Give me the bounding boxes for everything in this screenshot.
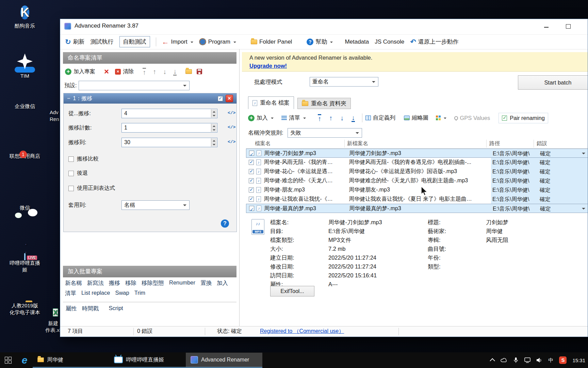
display-icon[interactable] — [524, 357, 530, 363]
row-checkbox[interactable] — [249, 178, 254, 183]
undo-button[interactable]: 還原上一步動作 — [410, 38, 459, 46]
script-code-button[interactable] — [228, 139, 235, 144]
move-to-input[interactable]: 30 — [121, 138, 217, 147]
thumbnails-button[interactable]: 縮略圖 — [404, 114, 429, 122]
method-link[interactable]: 加入 — [217, 279, 228, 287]
table-row[interactable]: 周华健-让我欢喜让我忧-《… 周华健让我欢喜让我忧-《夏日 来了》电影主题曲… … — [246, 195, 588, 204]
name-collision-select[interactable]: 失敗 — [288, 128, 362, 138]
row-checkbox[interactable] — [249, 187, 254, 193]
column-divider[interactable] — [344, 140, 345, 148]
move-file-bottom-button[interactable] — [352, 114, 355, 122]
ime-indicator[interactable]: 中 — [548, 357, 553, 364]
clock[interactable]: 15:31 — [572, 357, 585, 363]
checkbox-backwards[interactable]: 後退 — [68, 170, 88, 177]
maximize-button[interactable] — [563, 22, 574, 31]
move-method-down-button[interactable] — [163, 68, 166, 75]
microphone-icon[interactable] — [513, 357, 519, 363]
collapse-icon[interactable]: − — [67, 95, 70, 102]
auto-test-toggle[interactable]: 自動測試 — [119, 36, 150, 47]
row-checkbox[interactable] — [249, 169, 254, 174]
test-run-button[interactable]: 測試執行 — [91, 38, 114, 46]
start-button[interactable] — [0, 352, 16, 368]
import-button[interactable]: Import — [162, 38, 193, 46]
move-method-bottom-button[interactable] — [173, 68, 177, 76]
row-checkbox[interactable] — [249, 206, 254, 211]
method-help-icon[interactable] — [221, 219, 229, 228]
method-link[interactable]: 清單 — [65, 290, 76, 297]
remove-method-button[interactable] — [104, 67, 109, 76]
method-link[interactable]: 新名稱 — [65, 279, 82, 287]
column-divider[interactable] — [486, 140, 487, 148]
method-link[interactable]: List replace — [81, 290, 110, 297]
method-link[interactable]: 新寫法 — [87, 279, 104, 287]
method-link[interactable]: Swap — [115, 290, 129, 297]
method-link[interactable]: Renumber — [169, 279, 195, 287]
custom-columns-button[interactable]: 自定義列 — [365, 114, 395, 122]
help-button[interactable]: 幫助 — [307, 38, 333, 46]
column-header-new-filename[interactable]: 新檔案名 — [347, 140, 368, 147]
gps-values-button[interactable]: GPS Values — [454, 115, 490, 121]
batch-mode-select[interactable]: 重命名 — [310, 77, 378, 87]
method-link[interactable]: 置換 — [200, 279, 212, 287]
desktop-icon-bilibili-live[interactable]: 哔哩哔哩直播 姬 — [9, 254, 41, 273]
open-method-list-button[interactable] — [185, 69, 192, 74]
desktop-icon-wechat[interactable]: 微信 — [9, 204, 41, 211]
spin-down[interactable] — [211, 142, 217, 147]
tab-rename-folders[interactable]: 重命名 資料夾 — [297, 98, 351, 109]
spin-down[interactable] — [211, 128, 217, 132]
desktop-icon-lenovo-store[interactable]: 1 联想应用商店 — [9, 153, 41, 159]
desktop-icon-tim[interactable]: TIM — [9, 51, 41, 79]
metadata-button[interactable]: Metadata — [345, 39, 369, 45]
row-checkbox[interactable] — [249, 197, 254, 202]
spinner[interactable] — [211, 109, 217, 118]
move-from-input[interactable]: 4 — [121, 109, 217, 118]
clear-methods-button[interactable]: 清除 — [115, 68, 134, 75]
view-options-button[interactable] — [436, 116, 446, 120]
method-link[interactable]: 時間戳 — [82, 305, 99, 312]
column-divider[interactable] — [534, 140, 534, 148]
checkbox[interactable] — [68, 156, 74, 162]
move-method-top-button[interactable] — [143, 68, 146, 76]
taskbar-app-advanced-renamer[interactable]: Advanced Renamer — [186, 353, 262, 368]
apply-to-select[interactable]: 名稱 — [121, 200, 190, 210]
move-file-up-button[interactable] — [329, 114, 332, 121]
exiftool-button[interactable]: ExifTool... — [270, 286, 314, 296]
js-console-button[interactable]: JS Console — [375, 39, 404, 45]
method-link[interactable]: 移除型態 — [142, 279, 164, 287]
checkbox[interactable] — [68, 171, 74, 176]
close-method-button[interactable] — [226, 95, 233, 102]
move-file-top-button[interactable] — [318, 114, 321, 122]
program-button[interactable]: Program — [199, 38, 236, 45]
column-header-error[interactable]: 錯誤 — [537, 140, 547, 147]
method-link[interactable]: 搬移 — [109, 279, 120, 287]
script-code-button[interactable] — [228, 110, 235, 116]
desktop-icon-wecom[interactable]: 企业微信 — [9, 103, 41, 110]
move-count-input[interactable]: 1 — [121, 123, 217, 133]
edge-button[interactable] — [16, 352, 33, 368]
table-row[interactable]: 周华健-风雨无阻-《我的青… 周华健风雨无阻-《我的青春遇见你》电视剧插曲-..… — [246, 158, 588, 167]
column-header-path[interactable]: 路徑 — [489, 140, 500, 147]
add-files-button[interactable]: 加入 — [248, 114, 274, 122]
table-row[interactable]: 周华健-朋友.mp3 周华健朋友-.mp3 E:\音乐\周华健\ 確定 — [246, 185, 588, 195]
table-row[interactable]: 周华健-难念的经-《天龙八… 周华健难念的经-《天龙八部》电视剧主题曲-.mp3… — [246, 176, 588, 185]
refresh-button[interactable]: 刷新 — [65, 38, 85, 46]
spinner[interactable] — [211, 124, 217, 132]
title-bar[interactable]: Advanced Renamer 3.87 — [60, 19, 588, 35]
method-link[interactable]: Trim — [134, 290, 145, 297]
spin-up[interactable] — [211, 124, 217, 128]
taskbar-app-explorer[interactable]: 周华健 — [33, 353, 109, 368]
show-hidden-icons-chevron[interactable] — [490, 358, 495, 364]
method-enabled-checkbox[interactable] — [218, 96, 223, 101]
table-row[interactable]: 周华健-花心-《幸运就是遇… 周华健花心-《幸运就是遇到你》国语版-.mp3 E… — [246, 167, 588, 176]
checkbox[interactable] — [68, 186, 74, 191]
method-box-titlebar[interactable]: − 1：搬移 — [64, 93, 236, 104]
table-row[interactable]: 周华健-最真的梦.mp3 周华健最真的梦-.mp3 E:\音乐\周华健\ 確定 — [246, 204, 588, 213]
speaker-icon[interactable] — [536, 357, 542, 363]
method-link[interactable]: 屬性 — [66, 305, 77, 312]
row-checkbox[interactable] — [249, 160, 254, 165]
desktop-icon-chem-books[interactable]: 人教2019版 化学电子课本 — [9, 302, 41, 316]
registered-link[interactable]: Registered to （Commercial use） — [260, 328, 344, 335]
sogou-icon[interactable] — [559, 356, 567, 364]
script-code-button[interactable] — [228, 125, 235, 130]
checkbox-use-regex[interactable]: 使用正则表达式 — [68, 185, 115, 192]
